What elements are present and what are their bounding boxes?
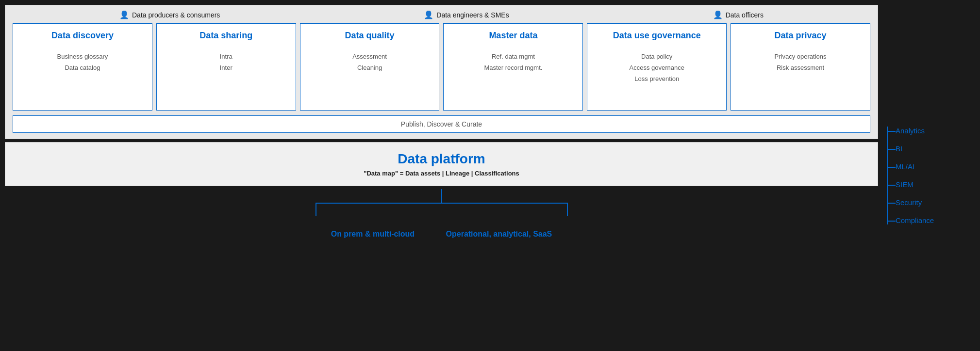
gov-box-discovery-items: Business glossary Data catalog <box>57 51 108 74</box>
persona-engineers: 👤 Data engineers & SMEs <box>424 10 509 19</box>
gov-box-sharing: Data sharing Intra Inter <box>156 23 296 111</box>
gov-box-master-item-1: Ref. data mgmt <box>484 51 542 62</box>
gov-box-quality: Data quality Assessment Cleaning <box>300 23 440 111</box>
sources-labels: On prem & multi-cloud Operational, analy… <box>316 230 568 239</box>
gov-box-privacy-item-1: Privacy operations <box>775 51 827 62</box>
gov-box-privacy-title: Data privacy <box>775 31 827 41</box>
gov-box-privacy: Data privacy Privacy operations Risk ass… <box>731 23 870 111</box>
gov-box-master-items: Ref. data mgmt Master record mgmt. <box>484 51 542 74</box>
gov-box-use-gov: Data use governance Data policy Access g… <box>587 23 727 111</box>
gov-box-sharing-items: Intra Inter <box>220 51 233 74</box>
sidebar-item-compliance: Compliance <box>888 211 970 229</box>
bracket-top <box>316 203 568 204</box>
gov-box-use-gov-item-3: Loss prevention <box>630 73 684 84</box>
gov-box-sharing-item-1: Intra <box>220 51 233 62</box>
persona-officers: 👤 Data officers <box>713 10 764 19</box>
sidebar-items: Analytics BI ML/AI SIEM Security Complia… <box>888 122 970 229</box>
sidebar-label-security: Security <box>896 198 922 207</box>
gov-box-privacy-items: Privacy operations Risk assessment <box>775 51 827 74</box>
sidebar-item-siem: SIEM <box>888 176 970 193</box>
gov-box-use-gov-items: Data policy Access governance Loss preve… <box>630 51 684 85</box>
sidebar-item-security: Security <box>888 193 970 211</box>
persona-label-1: Data producers & consumers <box>132 11 220 19</box>
platform-section: Data platform "Data map" = Data assets |… <box>5 142 878 186</box>
gov-box-sharing-title: Data sharing <box>199 31 252 41</box>
sidebar-label-siem: SIEM <box>896 180 914 189</box>
persona-label-3: Data officers <box>726 11 764 19</box>
gov-box-discovery-title: Data discovery <box>51 31 114 41</box>
sidebar-label-analytics: Analytics <box>896 127 925 135</box>
gov-boxes-row: Data discovery Business glossary Data ca… <box>13 23 870 111</box>
gov-box-privacy-item-2: Risk assessment <box>775 62 827 73</box>
sidebar-label-mlai: ML/AI <box>896 162 914 171</box>
sources-section: On prem & multi-cloud Operational, analy… <box>5 189 878 243</box>
bracket-container <box>316 203 568 216</box>
gov-box-use-gov-item-2: Access governance <box>630 62 684 73</box>
gov-box-master: Master data Ref. data mgmt Master record… <box>443 23 583 111</box>
gov-box-quality-item-1: Assessment <box>352 51 387 62</box>
gov-box-use-gov-item-1: Data policy <box>630 51 684 62</box>
gov-box-discovery-item-2: Data catalog <box>57 62 108 73</box>
sidebar-label-compliance: Compliance <box>896 216 934 224</box>
source-label-1: On prem & multi-cloud <box>331 230 415 239</box>
sidebar-item-bi: BI <box>888 140 970 158</box>
gov-box-quality-items: Assessment Cleaning <box>352 51 387 74</box>
persona-producers: 👤 Data producers & consumers <box>119 10 220 19</box>
gov-box-quality-title: Data quality <box>345 31 395 41</box>
gov-box-discovery: Data discovery Business glossary Data ca… <box>13 23 152 111</box>
sidebar-label-bi: BI <box>896 144 902 153</box>
bracket-left <box>316 203 316 216</box>
source-label-2: Operational, analytical, SaaS <box>446 230 552 239</box>
gov-box-master-item-2: Master record mgmt. <box>484 62 542 73</box>
sidebar-item-analytics: Analytics <box>888 122 970 140</box>
gov-box-use-gov-title: Data use governance <box>613 31 701 41</box>
right-sidebar: Analytics BI ML/AI SIEM Security Complia… <box>883 0 980 351</box>
platform-subtitle: "Data map" = Data assets | Lineage | Cla… <box>13 170 870 177</box>
sources-connectors: On prem & multi-cloud Operational, analy… <box>5 189 878 239</box>
sidebar-item-mlai: ML/AI <box>888 158 970 176</box>
gov-box-quality-item-2: Cleaning <box>352 62 387 73</box>
publish-bar: Publish, Discover & Curate <box>13 115 870 133</box>
bracket-right <box>567 203 568 216</box>
main-content: 👤 Data producers & consumers 👤 Data engi… <box>0 0 883 351</box>
vertical-connector <box>441 189 442 203</box>
person-icon-3: 👤 <box>713 10 723 19</box>
gov-box-master-title: Master data <box>489 31 537 41</box>
governance-section: 👤 Data producers & consumers 👤 Data engi… <box>5 5 878 139</box>
gov-box-discovery-item-1: Business glossary <box>57 51 108 62</box>
person-icon-2: 👤 <box>424 10 433 19</box>
person-icon-1: 👤 <box>119 10 129 19</box>
persona-row: 👤 Data producers & consumers 👤 Data engi… <box>13 10 870 19</box>
persona-label-2: Data engineers & SMEs <box>436 11 509 19</box>
gov-box-sharing-item-2: Inter <box>220 62 233 73</box>
platform-title: Data platform <box>13 151 870 167</box>
